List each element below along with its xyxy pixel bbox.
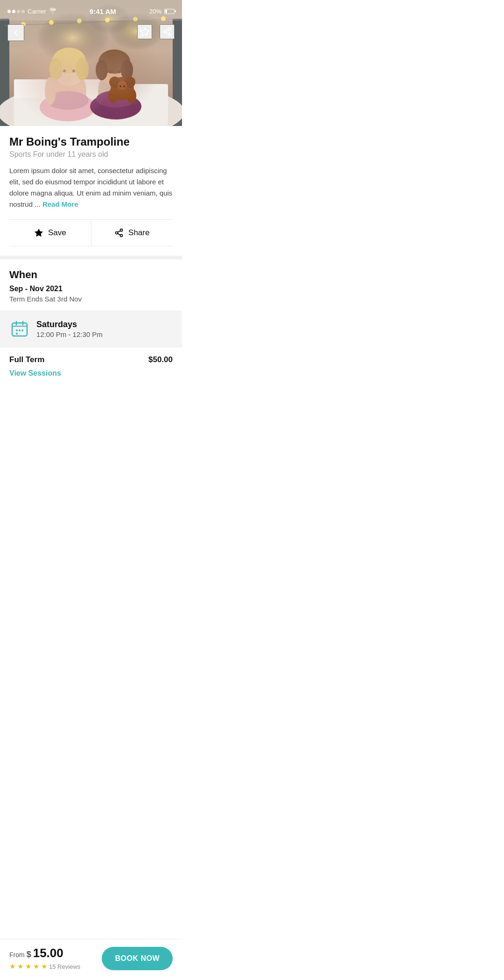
pricing-section: Full Term $50.00 (0, 348, 182, 369)
signal-dot-4 (21, 10, 25, 13)
content-area: Mr Boing's Trampoline Sports For under 1… (0, 126, 182, 246)
signal-dots (7, 10, 25, 13)
signal-dot-2 (12, 10, 15, 13)
hero-save-button[interactable] (137, 24, 152, 39)
carrier-label: Carrier (28, 8, 46, 15)
view-sessions-button[interactable]: View Sessions (9, 369, 61, 378)
activity-description: Lorem ipsum dolor sit amet, consectetur … (9, 165, 173, 210)
nav-actions (137, 24, 175, 39)
svg-marker-49 (35, 229, 43, 237)
calendar-icon (9, 319, 30, 339)
battery-indicator (164, 9, 175, 14)
save-button[interactable]: Save (9, 220, 91, 246)
when-title: When (9, 269, 173, 281)
status-right: 20% (149, 8, 175, 15)
signal-dot-3 (17, 10, 20, 13)
activity-subtitle: Sports For under 11 years old (9, 150, 173, 159)
save-label: Save (48, 228, 66, 238)
svg-marker-43 (140, 28, 149, 35)
svg-line-54 (118, 231, 120, 232)
view-sessions-container: View Sessions (0, 369, 182, 387)
activity-title: Mr Boing's Trampoline (9, 135, 173, 148)
svg-line-47 (166, 32, 168, 34)
section-separator (0, 256, 182, 259)
hero-share-button[interactable] (160, 24, 175, 39)
svg-line-48 (166, 29, 168, 31)
share-label: Share (128, 228, 149, 238)
schedule-info: Saturdays 12:00 Pm - 12:30 Pm (36, 320, 103, 338)
signal-dot-1 (7, 10, 11, 13)
status-bar: Carrier 9:41 AM 20% (0, 0, 182, 21)
pricing-label: Full Term (9, 355, 44, 364)
share-button[interactable]: Share (91, 220, 173, 246)
svg-point-62 (16, 333, 18, 335)
status-left: Carrier (7, 7, 56, 15)
back-button[interactable] (7, 24, 24, 41)
action-bar: Save Share (9, 219, 173, 246)
date-range: Sep - Nov 2021 (9, 285, 173, 293)
bottom-spacer (0, 387, 182, 434)
pricing-amount: $50.00 (148, 355, 173, 364)
schedule-time: 12:00 Pm - 12:30 Pm (36, 330, 103, 338)
svg-point-59 (16, 329, 18, 331)
schedule-card: Saturdays 12:00 Pm - 12:30 Pm (0, 310, 182, 348)
when-section: When Sep - Nov 2021 Term Ends Sat 3rd No… (0, 259, 182, 310)
wifi-icon (49, 7, 56, 15)
status-time: 9:41 AM (90, 7, 116, 15)
svg-line-53 (118, 233, 120, 235)
read-more-button[interactable]: Read More (42, 200, 78, 208)
battery-percent: 20% (149, 8, 161, 15)
schedule-day: Saturdays (36, 320, 103, 329)
svg-point-61 (21, 329, 23, 331)
svg-point-60 (19, 329, 21, 331)
term-end: Term Ends Sat 3rd Nov (9, 295, 173, 303)
